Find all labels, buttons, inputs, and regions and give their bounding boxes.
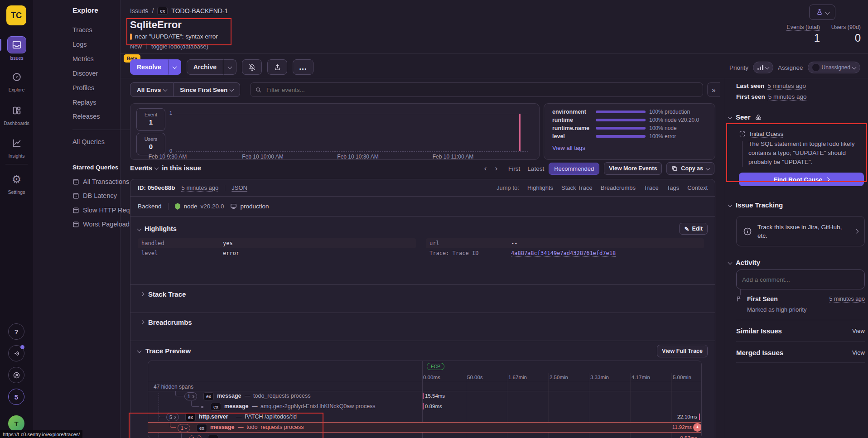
tag-row[interactable]: level 100% error [552,133,708,140]
jump-link-trace[interactable]: Trace [644,184,659,191]
trace-id-link[interactable]: 4a887a8cf34149e7ad4328761efd7e18 [511,250,616,256]
trace-preview-toggle[interactable]: Trace Preview [138,347,191,355]
initial-guess-label[interactable]: Initial Guess [750,130,783,137]
user-count-box[interactable]: Users 0 [136,133,165,155]
nav-item-traces[interactable]: Traces [72,26,92,34]
span-row[interactable]: 5 ex http.server — PATCH /api/todos/:id … [148,412,702,422]
span-row[interactable]: 1 ex 0.57ms [148,433,702,438]
highlights-toggle[interactable]: Highlights [138,225,177,232]
user-count-label: Users [137,136,165,142]
sidebar-item-explore[interactable]: Explore [0,69,33,92]
nav-item-worst-pageloads[interactable]: Worst Pageloads [72,221,133,228]
next-event-button[interactable]: › [493,164,499,173]
breadcrumb-issues-link[interactable]: Issues [130,7,148,14]
rail-label: Settings [0,189,33,195]
stack-trace-section[interactable]: Stack Trace [130,284,715,303]
span-children-badge[interactable]: 5 [166,413,179,421]
edit-highlights-button[interactable]: ✎ Edit [679,223,708,235]
span-row[interactable]: ex message — amq.gen-2gpNyd-EnixHhKINckQ… [148,401,702,412]
hidden-spans-row[interactable]: 47 hidden spans [154,384,193,390]
sidebar-item-dashboards[interactable]: Dashboards [0,102,33,126]
issue-tracking-header[interactable]: Issue Tracking [728,201,783,209]
event-age[interactable]: 5 minutes ago [182,184,219,191]
onboarding-progress-button[interactable]: 5 [8,389,24,405]
view-all-tags-link[interactable]: View all tags [552,144,585,151]
sidebar-item-issues[interactable]: Issues [0,36,33,61]
latest-event-link[interactable]: Latest [527,165,544,172]
x-tick: Feb 10 10:00 AM [236,154,290,160]
copy-as-button[interactable]: Copy as [666,162,714,175]
sidebar-rule [736,362,865,363]
span-children-badge[interactable]: 1 [189,435,202,438]
users-90d-value: 0 [825,32,861,44]
archive-dropdown-button[interactable] [223,59,236,75]
breadcrumbs-section[interactable]: Breadcrumbs [130,313,715,332]
archive-button[interactable]: Archive [187,59,223,75]
recommended-tab[interactable]: Recommended [549,163,599,175]
tree-elbow [175,391,183,396]
fcp-vital-pill[interactable]: FCP [427,363,444,370]
tag-row[interactable]: runtime.name 100% node [552,125,708,131]
nav-item-db-latency[interactable]: DB Latency [72,192,117,199]
expand-sidebar-button[interactable]: » [707,82,720,97]
jump-link-breadcrumbs[interactable]: Breadcrumbs [601,184,636,191]
jump-link-context[interactable]: Context [687,184,708,191]
view-more-events-button[interactable]: View More Events [604,162,662,175]
first-seen-value[interactable]: 5 minutes ago [768,93,807,100]
resolve-dropdown-button[interactable] [168,59,181,75]
nav-item-discover[interactable]: Discover [72,70,98,77]
initial-guess-text: The SQL statement in toggleTodo likely c… [748,140,863,167]
nav-item-replays[interactable]: Replays [72,99,96,106]
jump-link-stack-trace[interactable]: Stack Trace [561,184,593,191]
activity-item-time[interactable]: 5 minutes ago [829,296,865,302]
more-actions-button[interactable]: … [293,59,313,75]
similar-issues-view-link[interactable]: View [852,327,865,334]
nav-item-all-transactions[interactable]: All Transactions [72,178,129,185]
jump-link-highlights[interactable]: Highlights [527,184,553,191]
issue-tracking-card[interactable]: Track this issue in Jira, GitHub, etc. [736,216,865,246]
assignee-dropdown[interactable]: Unassigned [808,62,860,73]
event-bar[interactable] [519,114,521,151]
nav-item-releases[interactable]: Releases [72,113,100,120]
date-range-filter[interactable]: Since First Seen [174,82,240,97]
seer-section-header[interactable]: Seer [728,113,762,121]
environment-filter[interactable]: All Envs [130,82,174,97]
nav-item-all-queries[interactable]: All Queries [72,138,105,145]
span-children-badge[interactable]: 1 [184,392,197,400]
span-children-badge[interactable]: 1 [178,424,190,432]
jump-link-tags[interactable]: Tags [667,184,679,191]
resolve-button[interactable]: Resolve [130,59,168,75]
prev-event-button[interactable]: ‹ [482,164,489,173]
view-full-trace-button[interactable]: View Full Trace [657,345,708,357]
experiment-menu-button[interactable] [809,5,835,20]
support-button[interactable] [8,367,24,383]
sidebar-item-settings[interactable]: ⚙ Settings [0,171,33,195]
share-button[interactable] [267,59,287,75]
nav-item-metrics[interactable]: Metrics [72,55,94,63]
first-event-link[interactable]: First [508,165,520,172]
merged-issues-view-link[interactable]: View [852,349,865,356]
nav-item-logs[interactable]: Logs [72,41,87,48]
help-button[interactable]: ? [8,323,24,340]
event-count-box[interactable]: Event 1 [136,108,165,131]
events-dropdown[interactable]: Events [130,164,158,172]
nav-item-profiles[interactable]: Profiles [72,84,94,91]
filter-events-input[interactable] [265,86,698,94]
last-seen-value[interactable]: 5 minutes ago [767,82,806,89]
find-root-cause-button[interactable]: Find Root Cause [739,173,864,186]
comment-input[interactable] [737,270,864,289]
priority-dropdown[interactable] [753,62,773,73]
span-row[interactable]: 1 ex message — todo_requests process 15.… [148,391,702,401]
span-row-selected[interactable]: 1 ex message — todo_requests process 11.… [148,423,702,433]
json-link[interactable]: JSON [231,184,247,191]
tag-row[interactable]: environment 100% production [552,109,708,115]
sidebar-item-insights[interactable]: Insights [0,135,33,159]
whats-new-button[interactable] [8,345,24,361]
mute-button[interactable] [242,59,262,75]
user-avatar[interactable]: T [8,415,24,432]
tag-row[interactable]: runtime 100% node v20.20.0 [552,117,708,123]
org-logo[interactable]: TC [6,5,26,25]
query-icon [72,178,79,185]
project-badge: ex [157,7,168,15]
activity-header[interactable]: Activity [728,259,760,266]
